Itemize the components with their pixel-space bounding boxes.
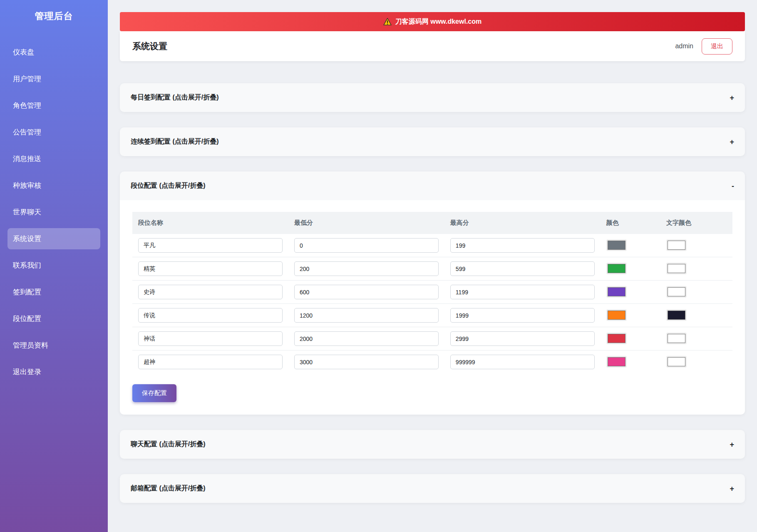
color-swatch: [668, 334, 685, 343]
rank-color-picker[interactable]: [606, 309, 627, 321]
rank-name-input[interactable]: [138, 308, 283, 323]
rank-row-4: [132, 327, 732, 351]
rank-text-color-picker[interactable]: [666, 239, 687, 251]
rank-max-input[interactable]: [450, 238, 595, 253]
rank-min-input[interactable]: [294, 285, 439, 299]
color-swatch: [668, 357, 685, 366]
sidebar-item-rank-config[interactable]: 段位配置: [7, 308, 100, 329]
section-mail-config-header[interactable]: 邮箱配置 (点击展开/折叠) +: [120, 474, 745, 503]
rank-row-3: [132, 304, 732, 327]
warning-icon: [383, 18, 392, 25]
rank-text-color-picker[interactable]: [666, 309, 687, 321]
expand-icon: +: [730, 139, 734, 145]
rank-color-picker[interactable]: [606, 239, 627, 251]
rank-max-input[interactable]: [450, 285, 595, 299]
rank-color-picker[interactable]: [606, 333, 627, 344]
rank-min-input[interactable]: [294, 261, 439, 276]
rank-max-input[interactable]: [450, 308, 595, 323]
notice-banner-text: 刀客源码网 www.dkewl.com: [395, 17, 482, 26]
username-label: admin: [675, 42, 693, 50]
section-title: 每日签到配置 (点击展开/折叠): [131, 93, 219, 102]
rank-text-color-picker[interactable]: [666, 263, 687, 274]
sidebar-item-logout[interactable]: 退出登录: [7, 361, 100, 383]
color-swatch: [668, 241, 685, 250]
save-config-button[interactable]: 保存配置: [132, 384, 176, 402]
sidebar-item-race-review[interactable]: 种族审核: [7, 175, 100, 196]
color-swatch: [608, 264, 625, 273]
rank-min-input[interactable]: [294, 355, 439, 369]
sidebar-item-contact-us[interactable]: 联系我们: [7, 255, 100, 276]
section-title: 连续签到配置 (点击展开/折叠): [131, 137, 219, 146]
rank-min-input[interactable]: [294, 238, 439, 253]
section-chat-config-header[interactable]: 聊天配置 (点击展开/折叠) +: [120, 430, 745, 459]
expand-icon: +: [730, 94, 734, 101]
sidebar-item-user-management[interactable]: 用户管理: [7, 68, 100, 89]
collapse-icon: -: [732, 183, 734, 189]
color-swatch: [668, 311, 685, 320]
rank-max-input[interactable]: [450, 261, 595, 276]
expand-icon: +: [730, 441, 734, 448]
sidebar-item-system-settings[interactable]: 系统设置: [7, 228, 100, 249]
color-swatch: [608, 357, 625, 366]
color-swatch: [608, 287, 625, 296]
color-swatch: [668, 287, 685, 296]
rank-color-picker[interactable]: [606, 356, 627, 368]
section-daily-signin: 每日签到配置 (点击展开/折叠) +: [120, 83, 745, 112]
sidebar-item-announcement-management[interactable]: 公告管理: [7, 122, 100, 143]
sidebar-item-message-push[interactable]: 消息推送: [7, 148, 100, 169]
sidebar-item-role-management[interactable]: 角色管理: [7, 95, 100, 116]
rank-row-5: [132, 351, 732, 374]
expand-icon: +: [730, 485, 734, 492]
column-header-text-color: 文字颜色: [660, 212, 732, 234]
color-swatch: [608, 241, 625, 250]
sidebar-title: 管理后台: [0, 0, 108, 27]
rank-name-input[interactable]: [138, 238, 283, 253]
color-swatch: [668, 264, 685, 273]
column-header-min-score: 最低分: [288, 212, 444, 234]
sidebar-item-admin-profile[interactable]: 管理员资料: [7, 335, 100, 356]
rank-min-input[interactable]: [294, 308, 439, 323]
column-header-max-score: 最高分: [444, 212, 601, 234]
section-rank-config: 段位配置 (点击展开/折叠) - 段位名称 最低分 最高分 颜色 文字颜色: [120, 172, 745, 415]
section-consecutive-signin: 连续签到配置 (点击展开/折叠) +: [120, 127, 745, 156]
sidebar: 管理后台 仪表盘 用户管理 角色管理 公告管理 消息推送 种族审核 世界聊天 系…: [0, 0, 108, 532]
main-content: 刀客源码网 www.dkewl.com 系统设置 admin 退出 每日签到配置…: [108, 0, 757, 532]
section-daily-signin-header[interactable]: 每日签到配置 (点击展开/折叠) +: [120, 83, 745, 112]
rank-table-header-row: 段位名称 最低分 最高分 颜色 文字颜色: [132, 212, 732, 234]
rank-max-input[interactable]: [450, 355, 595, 369]
rank-row-0: [132, 234, 732, 257]
rank-text-color-picker[interactable]: [666, 286, 687, 298]
sidebar-item-signin-config[interactable]: 签到配置: [7, 281, 100, 303]
app-window: 管理后台 仪表盘 用户管理 角色管理 公告管理 消息推送 种族审核 世界聊天 系…: [0, 0, 757, 532]
sidebar-menu: 仪表盘 用户管理 角色管理 公告管理 消息推送 种族审核 世界聊天 系统设置 联…: [0, 42, 108, 383]
rank-text-color-picker[interactable]: [666, 356, 687, 368]
section-consecutive-signin-header[interactable]: 连续签到配置 (点击展开/折叠) +: [120, 127, 745, 156]
header-right: admin 退出: [675, 38, 732, 55]
rank-color-picker[interactable]: [606, 263, 627, 274]
rank-max-input[interactable]: [450, 331, 595, 346]
rank-min-input[interactable]: [294, 331, 439, 346]
page-header: 系统设置 admin 退出: [120, 31, 745, 61]
rank-name-input[interactable]: [138, 355, 283, 369]
sidebar-item-dashboard[interactable]: 仪表盘: [7, 42, 100, 63]
section-chat-config: 聊天配置 (点击展开/折叠) +: [120, 430, 745, 459]
rank-color-picker[interactable]: [606, 286, 627, 298]
section-title: 段位配置 (点击展开/折叠): [131, 181, 206, 190]
page-title: 系统设置: [132, 40, 167, 52]
section-title: 聊天配置 (点击展开/折叠): [131, 440, 206, 449]
color-swatch: [608, 311, 625, 320]
rank-row-2: [132, 281, 732, 304]
settings-sections: 每日签到配置 (点击展开/折叠) + 连续签到配置 (点击展开/折叠) + 段位…: [120, 83, 745, 503]
rank-name-input[interactable]: [138, 331, 283, 346]
column-header-color: 颜色: [601, 212, 660, 234]
rank-name-input[interactable]: [138, 261, 283, 276]
rank-name-input[interactable]: [138, 285, 283, 299]
section-rank-config-header[interactable]: 段位配置 (点击展开/折叠) -: [120, 172, 745, 200]
section-title: 邮箱配置 (点击展开/折叠): [131, 484, 206, 493]
sidebar-item-world-chat[interactable]: 世界聊天: [7, 201, 100, 223]
rank-text-color-picker[interactable]: [666, 333, 687, 344]
rank-config-body: 段位名称 最低分 最高分 颜色 文字颜色: [120, 200, 745, 415]
logout-button[interactable]: 退出: [702, 38, 732, 55]
rank-row-1: [132, 257, 732, 281]
rank-table: 段位名称 最低分 最高分 颜色 文字颜色: [132, 212, 732, 373]
